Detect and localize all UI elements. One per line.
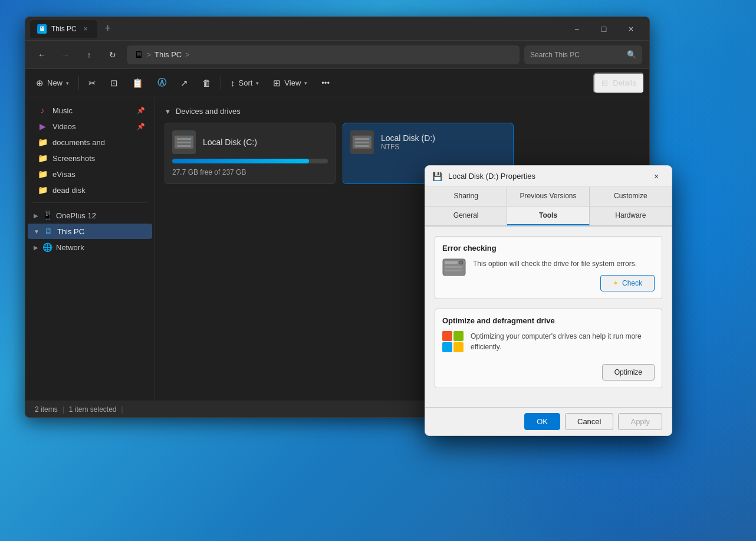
svg-rect-19 bbox=[453, 342, 464, 352]
sidebar-item-music[interactable]: ♪ Music 📌 bbox=[28, 103, 152, 118]
drive-card-c[interactable]: Local Disk (C:) 27.7 GB free of 237 GB bbox=[165, 123, 336, 184]
sidebar-label-screenshots: Screenshots bbox=[52, 154, 95, 163]
sidebar-item-deaddisk[interactable]: 📁 dead disk bbox=[28, 182, 152, 198]
drive-info-c: 27.7 GB free of 237 GB bbox=[172, 168, 328, 176]
dialog-close-button[interactable]: × bbox=[648, 168, 665, 185]
view-button[interactable]: ⊞ View ▾ bbox=[267, 73, 313, 94]
window-controls: − □ × bbox=[563, 19, 645, 38]
new-icon: ⊕ bbox=[36, 78, 44, 88]
drive-top-d: Local Disk (D:) NTFS bbox=[350, 130, 506, 154]
section-header: ▼ Devices and drives bbox=[165, 107, 640, 116]
cut-button[interactable]: ✂ bbox=[83, 73, 102, 94]
folder-icon-deaddisk: 📁 bbox=[37, 185, 48, 195]
more-label: ••• bbox=[321, 78, 330, 87]
toolbar-sep-2 bbox=[221, 76, 221, 90]
check-button[interactable]: ✦ Check bbox=[600, 275, 655, 291]
refresh-button[interactable]: ↻ bbox=[103, 45, 122, 64]
new-chevron: ▾ bbox=[66, 80, 69, 86]
svg-rect-13 bbox=[445, 270, 462, 271]
svg-point-15 bbox=[461, 262, 462, 264]
tab-prev-versions-label: Previous Versions bbox=[520, 192, 576, 200]
toolbar: ⊕ New ▾ ✂ ⊡ 📋 Ⓐ ↗ 🗑 ↕ Sort ▾ ⊞ bbox=[25, 69, 649, 97]
breadcrumb-sep-1: > bbox=[147, 51, 151, 59]
folder-icon-documents: 📁 bbox=[37, 137, 48, 147]
drive-name-c: Local Disk (C:) bbox=[203, 137, 257, 147]
tab-general-label: General bbox=[453, 211, 479, 219]
tab-tools[interactable]: Tools bbox=[507, 206, 589, 225]
svg-point-9 bbox=[368, 138, 370, 140]
sidebar-label-videos: Videos bbox=[52, 122, 76, 131]
details-icon: ⊟ bbox=[601, 78, 608, 87]
tab-general[interactable]: General bbox=[425, 206, 507, 225]
new-tab-button[interactable]: + bbox=[100, 21, 116, 37]
tab-sharing[interactable]: Sharing bbox=[425, 187, 507, 206]
svg-point-4 bbox=[190, 138, 192, 140]
svg-rect-1 bbox=[177, 138, 191, 140]
sidebar-item-evisas[interactable]: 📁 eVisas bbox=[28, 166, 152, 182]
minimize-button[interactable]: − bbox=[563, 19, 590, 38]
drive-image-d bbox=[350, 130, 374, 154]
new-button[interactable]: ⊕ New ▾ bbox=[30, 73, 75, 94]
ok-button[interactable]: OK bbox=[524, 413, 560, 430]
properties-dialog: 💾 Local Disk (D:) Properties × Sharing P… bbox=[425, 165, 672, 436]
pc-icon: 🖥 bbox=[43, 227, 54, 236]
tab-customize[interactable]: Customize bbox=[590, 187, 672, 206]
optimize-content: Optimizing your computer's drives can he… bbox=[471, 331, 655, 381]
breadcrumb-bar[interactable]: 🖥 > This PC > bbox=[127, 45, 520, 64]
forward-button[interactable]: → bbox=[56, 45, 75, 64]
music-icon: ♪ bbox=[37, 106, 48, 115]
optimize-description: Optimizing your computer's drives can he… bbox=[471, 331, 655, 352]
sort-button[interactable]: ↕ Sort ▾ bbox=[225, 73, 265, 94]
sidebar-item-oneplus[interactable]: ▶ 📱 OnePlus 12 bbox=[28, 208, 152, 223]
rename-button[interactable]: Ⓐ bbox=[152, 73, 172, 94]
collapse-arrow[interactable]: ▼ bbox=[165, 108, 171, 115]
drive-info-d-name: Local Disk (D:) NTFS bbox=[381, 133, 435, 151]
back-button[interactable]: ← bbox=[32, 45, 51, 64]
drive-name-d: Local Disk (D:) bbox=[381, 133, 435, 143]
search-icon[interactable]: 🔍 bbox=[627, 50, 636, 59]
up-button[interactable]: ↑ bbox=[80, 45, 98, 64]
sidebar-item-videos[interactable]: ▶ Videos 📌 bbox=[28, 119, 152, 134]
expand-arrow-oneplus: ▶ bbox=[34, 212, 38, 219]
cancel-button[interactable]: Cancel bbox=[565, 413, 613, 430]
maximize-button[interactable]: □ bbox=[590, 19, 617, 38]
sidebar-label-network: Network bbox=[56, 243, 84, 252]
sidebar-item-network[interactable]: ▶ 🌐 Network bbox=[28, 240, 152, 255]
close-button[interactable]: × bbox=[617, 19, 645, 38]
explorer-tab[interactable]: 🖥 This PC × bbox=[30, 20, 97, 38]
paste-button[interactable]: 📋 bbox=[126, 73, 149, 94]
more-button[interactable]: ••• bbox=[315, 73, 336, 94]
share-button[interactable]: ↗ bbox=[175, 73, 194, 94]
sidebar-label-oneplus: OnePlus 12 bbox=[56, 211, 96, 220]
delete-button[interactable]: 🗑 bbox=[196, 73, 217, 94]
copy-button[interactable]: ⊡ bbox=[104, 73, 124, 94]
cut-icon: ✂ bbox=[88, 78, 96, 88]
sidebar-item-thispc[interactable]: ▼ 🖥 This PC bbox=[28, 224, 152, 239]
optimize-title: Optimize and defragment drive bbox=[442, 316, 655, 325]
search-bar[interactable]: Search This PC 🔍 bbox=[524, 45, 642, 64]
breadcrumb-location-icon: 🖥 bbox=[134, 50, 143, 60]
tab-close-button[interactable]: × bbox=[81, 24, 90, 34]
tab-icon: 🖥 bbox=[37, 24, 47, 34]
folder-icon-evisas: 📁 bbox=[37, 169, 48, 179]
sidebar-label-evisas: eVisas bbox=[52, 170, 75, 179]
new-label: New bbox=[47, 78, 63, 87]
dialog-title-icon: 💾 bbox=[432, 172, 442, 181]
sidebar-item-documents[interactable]: 📁 documents and bbox=[28, 135, 152, 150]
tab-hardware[interactable]: Hardware bbox=[590, 206, 672, 225]
drive-fs-d: NTFS bbox=[381, 143, 435, 151]
view-icon: ⊞ bbox=[273, 78, 281, 88]
dialog-title-bar: 💾 Local Disk (D:) Properties × bbox=[425, 166, 672, 187]
error-checking-section: Error checking This option wil bbox=[435, 236, 662, 299]
svg-rect-6 bbox=[355, 138, 369, 140]
optimize-button[interactable]: Optimize bbox=[602, 364, 655, 381]
details-button[interactable]: ⊟ Details bbox=[593, 73, 645, 94]
details-label: Details bbox=[613, 78, 636, 87]
optimize-section: Optimize and defragment drive Optimizing… bbox=[435, 309, 662, 388]
sidebar-item-screenshots[interactable]: 📁 Screenshots bbox=[28, 150, 152, 166]
tab-prev-versions[interactable]: Previous Versions bbox=[507, 187, 589, 206]
apply-button[interactable]: Apply bbox=[618, 413, 662, 430]
breadcrumb-thispc[interactable]: This PC bbox=[155, 50, 182, 59]
sort-chevron: ▾ bbox=[256, 80, 259, 86]
sidebar-label-documents: documents and bbox=[52, 138, 105, 147]
